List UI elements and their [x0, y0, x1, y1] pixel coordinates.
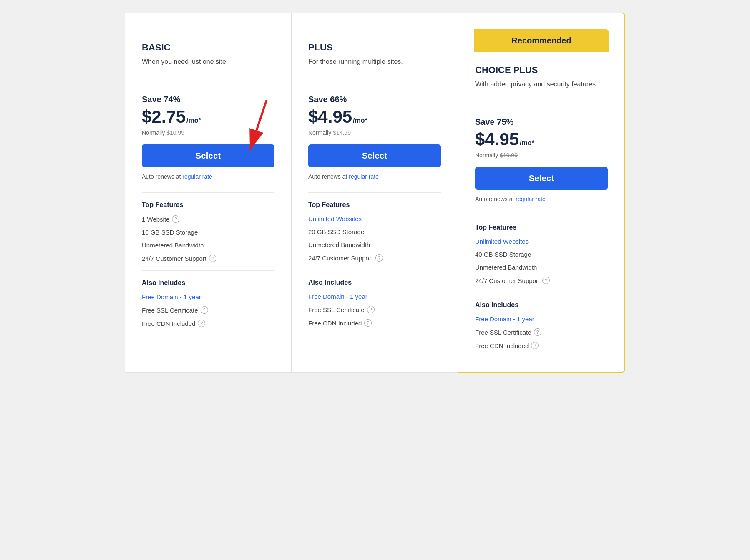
extra-link[interactable]: Free Domain - 1 year: [308, 293, 367, 300]
divider: [308, 192, 441, 193]
feature-link[interactable]: Unlimited Websites: [475, 238, 529, 245]
divider-2: [308, 270, 441, 270]
price-suffix: /mo*: [186, 117, 201, 124]
also-includes-title: Also Includes: [475, 301, 608, 309]
extra-item-2-1: Free SSL Certificate?: [475, 328, 608, 336]
select-button-choice-plus[interactable]: Select: [475, 167, 608, 190]
divider-2: [142, 270, 274, 271]
extra-text: Free CDN Included: [142, 320, 195, 327]
original-price: $19.99: [500, 152, 518, 159]
info-icon[interactable]: ?: [534, 328, 541, 336]
info-icon[interactable]: ?: [531, 342, 539, 349]
feature-text: 24/7 Customer Support: [142, 255, 206, 262]
feature-item-0-0: 1 Website?: [142, 215, 274, 223]
feature-item-1-1: 20 GB SSD Storage: [308, 228, 441, 235]
info-icon[interactable]: ?: [364, 319, 372, 327]
feature-text: Unmetered Bandwidth: [142, 242, 204, 249]
extra-link[interactable]: Free Domain - 1 year: [142, 293, 201, 300]
normally-row: Normally $14.99: [308, 129, 441, 136]
info-icon[interactable]: ?: [542, 277, 550, 284]
top-features-title: Top Features: [142, 201, 274, 209]
extra-item-0-0: Free Domain - 1 year: [142, 293, 274, 300]
feature-item-1-3: 24/7 Customer Support?: [308, 254, 441, 262]
extra-text: Free SSL Certificate: [475, 329, 531, 336]
feature-text: 24/7 Customer Support: [308, 255, 373, 262]
extra-text: Free CDN Included: [308, 320, 362, 327]
auto-renew-text: Auto renews at regular rate: [308, 173, 441, 180]
info-icon[interactable]: ?: [375, 254, 383, 262]
feature-text: 40 GB SSD Storage: [475, 251, 531, 258]
plan-card-plus: PLUSFor those running multiple sites.Sav…: [292, 13, 458, 373]
extra-item-2-2: Free CDN Included?: [475, 342, 608, 349]
info-icon[interactable]: ?: [201, 306, 208, 314]
extra-item-1-1: Free SSL Certificate?: [308, 306, 441, 313]
also-includes-title: Also Includes: [308, 279, 441, 286]
info-icon[interactable]: ?: [198, 320, 205, 327]
feature-item-1-2: Unmetered Bandwidth: [308, 241, 441, 248]
regular-rate-link[interactable]: regular rate: [182, 173, 212, 180]
feature-item-0-2: Unmetered Bandwidth: [142, 242, 274, 249]
divider: [475, 215, 608, 215]
feature-text: 20 GB SSD Storage: [308, 228, 364, 235]
plan-card-basic: BASICWhen you need just one site.Save 74…: [125, 13, 292, 373]
extra-text: Free SSL Certificate: [308, 306, 365, 313]
feature-text: Unmetered Bandwidth: [308, 241, 370, 248]
feature-item-1-0: Unlimited Websites: [308, 215, 441, 222]
info-icon[interactable]: ?: [209, 255, 216, 262]
pricing-container: BASICWhen you need just one site.Save 74…: [125, 13, 625, 373]
also-includes-title: Also Includes: [142, 279, 274, 287]
feature-item-0-1: 10 GB SSD Storage: [142, 229, 274, 236]
feature-item-2-3: 24/7 Customer Support?: [475, 277, 608, 284]
select-button-plus[interactable]: Select: [308, 144, 441, 167]
save-text: Save 75%: [475, 117, 608, 127]
price-suffix: /mo*: [353, 117, 367, 124]
normally-row: Normally $10.99: [142, 129, 274, 136]
normally-row: Normally $19.99: [475, 152, 608, 159]
plan-name: PLUS: [308, 42, 441, 53]
plan-card-choice-plus: RecommendedCHOICE PLUSWith added privacy…: [458, 13, 625, 373]
feature-item-2-1: 40 GB SSD Storage: [475, 251, 608, 258]
feature-item-0-3: 24/7 Customer Support?: [142, 255, 274, 262]
plan-desc: For those running multiple sites.: [308, 57, 441, 82]
price-row: $2.75 /mo*: [142, 107, 274, 127]
feature-item-2-0: Unlimited Websites: [475, 238, 608, 245]
extra-item-1-0: Free Domain - 1 year: [308, 293, 441, 300]
save-text: Save 66%: [308, 95, 441, 104]
extra-item-1-2: Free CDN Included?: [308, 319, 441, 327]
feature-link[interactable]: Unlimited Websites: [308, 215, 362, 222]
divider-2: [475, 293, 608, 293]
extra-text: Free SSL Certificate: [142, 307, 198, 314]
extra-text: Free CDN Included: [475, 342, 529, 349]
plan-name: BASIC: [142, 42, 274, 53]
original-price: $14.99: [333, 129, 351, 136]
price-row: $4.95 /mo*: [475, 129, 608, 149]
regular-rate-link[interactable]: regular rate: [349, 173, 379, 180]
feature-text: 1 Website: [142, 216, 169, 223]
feature-item-2-2: Unmetered Bandwidth: [475, 264, 608, 271]
extra-item-0-1: Free SSL Certificate?: [142, 306, 274, 314]
extra-item-2-0: Free Domain - 1 year: [475, 315, 608, 323]
select-button-basic[interactable]: Select: [142, 144, 274, 167]
info-icon[interactable]: ?: [367, 306, 375, 313]
feature-text: Unmetered Bandwidth: [475, 264, 537, 271]
price-dollar: $4.95: [308, 107, 352, 127]
top-features-title: Top Features: [475, 224, 608, 231]
regular-rate-link[interactable]: regular rate: [516, 196, 546, 202]
price-row: $4.95 /mo*: [308, 107, 441, 127]
price-suffix: /mo*: [520, 139, 534, 147]
price-dollar: $4.95: [475, 129, 519, 149]
feature-text: 24/7 Customer Support: [475, 277, 540, 284]
save-text: Save 74%: [142, 95, 274, 104]
original-price: $10.99: [166, 129, 184, 136]
info-icon[interactable]: ?: [172, 215, 179, 223]
auto-renew-text: Auto renews at regular rate: [475, 196, 608, 202]
plan-desc: When you need just one site.: [142, 57, 274, 82]
divider: [142, 192, 274, 193]
extra-item-0-2: Free CDN Included?: [142, 320, 274, 327]
extra-link[interactable]: Free Domain - 1 year: [475, 315, 534, 323]
feature-text: 10 GB SSD Storage: [142, 229, 198, 236]
auto-renew-text: Auto renews at regular rate: [142, 173, 274, 180]
top-features-title: Top Features: [308, 201, 441, 209]
price-dollar: $2.75: [142, 107, 186, 127]
plan-name: CHOICE PLUS: [475, 65, 608, 76]
